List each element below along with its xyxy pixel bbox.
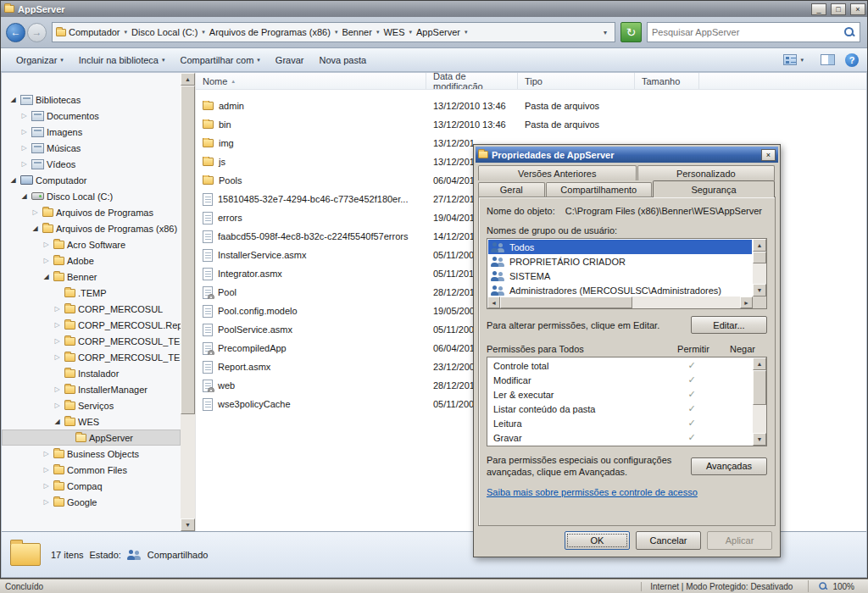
column-header-data-de-modificacao[interactable]: Data de modificação [426,73,518,89]
burn-button[interactable]: Gravar [269,52,311,69]
tree-item-adobe[interactable]: ▷Adobe [2,252,181,269]
tree-item-google[interactable]: ▷Google [2,494,181,510]
file-row-admin[interactable]: admin13/12/2010 13:46Pasta de arquivos [196,97,866,115]
permissions-help-link[interactable]: Saiba mais sobre permissões e controle d… [487,487,698,497]
scroll-down-icon[interactable]: ▼ [753,433,766,446]
forward-button[interactable]: → [27,23,47,42]
tree-item-benner[interactable]: ◢Benner [2,269,181,285]
column-header-tipo[interactable]: Tipo [518,73,635,89]
permission-row-controle-total[interactable]: Controle total✓ [488,358,752,373]
new-folder-button[interactable]: Nova pasta [312,52,373,69]
expanded-expander-icon[interactable]: ◢ [8,176,18,184]
advanced-button[interactable]: Avançadas [691,457,767,475]
sidebar-scrollbar[interactable]: ▲ ▼ [181,73,195,531]
collapsed-expander-icon[interactable]: ▷ [19,144,29,152]
dialog-close-button[interactable]: × [761,149,776,161]
scrollbar-thumb[interactable] [181,86,195,414]
column-header-tamanho[interactable]: Tamanho [635,73,699,89]
scrollbar-track[interactable] [500,296,740,308]
expanded-expander-icon[interactable]: ◢ [8,96,18,103]
expanded-expander-icon[interactable]: ◢ [31,224,40,232]
close-button[interactable]: × [850,3,865,15]
tree-item-musicas[interactable]: ▷Músicas [2,140,181,156]
scroll-up-icon[interactable]: ▲ [753,239,766,252]
collapsed-expander-icon[interactable]: ▷ [42,241,51,248]
share-with-button[interactable]: Compartilhar com ▾ [174,52,267,69]
tab-versoes-anteriores[interactable]: Versões Anteriores [478,165,637,180]
collapsed-expander-icon[interactable]: ▷ [42,482,51,490]
group-row-administradores-mercosulsc-administradores[interactable]: Administradores (MERCOSULSC\Administrado… [488,283,752,296]
tree-item-appserver[interactable]: AppServer [2,430,181,446]
tree-item-computador[interactable]: ◢Computador [2,172,181,188]
scroll-down-icon[interactable]: ▼ [181,518,195,531]
collapsed-expander-icon[interactable]: ▷ [31,208,40,216]
breadcrumb-separator-icon[interactable]: ▾ [407,29,414,36]
permission-row-ler-executar[interactable]: Ler & executar✓ [488,387,752,402]
tree-item-corp-mercosul-report[interactable]: ▷CORP_MERCOSUL.Report: [2,317,181,333]
collapsed-expander-icon[interactable]: ▷ [53,402,62,409]
search-box[interactable]: Pesquisar AppServer [647,22,860,42]
breadcrumb-item-benner[interactable]: Benner [339,25,374,39]
group-row-todos[interactable]: Todos [488,240,752,254]
collapsed-expander-icon[interactable]: ▷ [53,337,62,345]
column-header-nome[interactable]: Nome▲ [196,73,426,89]
scroll-right-icon[interactable]: ► [740,296,753,308]
change-view-button[interactable]: ▾ [776,51,810,69]
tree-item-corp-mercosul-teste[interactable]: ▷CORP_MERCOSUL_TESTE. [2,349,181,365]
breadcrumb-separator-icon[interactable]: ▾ [123,29,130,36]
group-list-hscrollbar[interactable]: ◄ ► [487,296,753,308]
scroll-down-icon[interactable]: ▼ [753,284,766,296]
collapsed-expander-icon[interactable]: ▷ [19,128,29,136]
cancel-button[interactable]: Cancelar [636,531,701,550]
permission-row-gravar[interactable]: Gravar✓ [488,430,752,445]
tree-item-temp[interactable]: .TEMP [2,285,181,301]
search-icon[interactable] [843,26,855,38]
dialog-title-bar[interactable]: Propriedades de AppServer × [476,147,778,163]
help-button[interactable]: ? [845,53,859,67]
ok-button[interactable]: OK [565,531,630,550]
scrollbar-track[interactable] [753,370,766,433]
collapsed-expander-icon[interactable]: ▷ [53,385,62,393]
collapsed-expander-icon[interactable]: ▷ [42,466,51,474]
file-row-bin[interactable]: bin13/12/2010 13:46Pasta de arquivos [196,115,866,134]
permission-row-listar-conteudo-da-pasta[interactable]: Listar conteúdo da pasta✓ [488,402,752,416]
breadcrumb-separator-icon[interactable]: ▾ [375,29,381,36]
tree-item-videos[interactable]: ▷Vídeos [2,156,181,172]
scroll-left-icon[interactable]: ◄ [487,296,500,308]
tree-item-documentos[interactable]: ▷Documentos [2,108,181,124]
address-history-dropdown-icon[interactable]: ▾ [599,29,611,36]
expanded-expander-icon[interactable]: ◢ [42,273,51,280]
preview-pane-button[interactable] [821,54,835,65]
tree-item-disco-local-c[interactable]: ◢Disco Local (C:) [2,188,181,204]
title-bar[interactable]: AppServer _ □ × [1,1,867,17]
collapsed-expander-icon[interactable]: ▷ [19,160,29,168]
include-in-library-button[interactable]: Incluir na biblioteca ▾ [72,52,172,69]
tree-item-wes[interactable]: ◢WES [2,413,181,430]
permissions-vscrollbar[interactable]: ▲ ▼ [753,357,766,446]
tree-item-arquivos-de-programas-x86[interactable]: ◢Arquivos de Programas (x86) [2,220,181,236]
collapsed-expander-icon[interactable]: ▷ [42,498,51,506]
tab-compartilhamento[interactable]: Compartilhamento [546,182,652,197]
tree-item-common-files[interactable]: ▷Common Files [2,462,181,478]
scrollbar-track[interactable] [753,252,766,284]
group-row-proprietario-criador[interactable]: PROPRIETÁRIO CRIADOR [488,254,752,269]
expanded-expander-icon[interactable]: ◢ [19,192,29,200]
search-input[interactable]: Pesquisar AppServer [652,27,843,37]
tree-item-instalador[interactable]: Instalador [2,365,181,381]
breadcrumb-item-wes[interactable]: WES [381,25,407,39]
tree-item-installermanager[interactable]: ▷InstallerManager [2,381,181,397]
collapsed-expander-icon[interactable]: ▷ [53,321,62,329]
collapsed-expander-icon[interactable]: ▷ [19,112,29,119]
breadcrumb-item-disco-local-c[interactable]: Disco Local (C:) [129,25,200,39]
tree-item-bibliotecas[interactable]: ◢Bibliotecas [2,91,181,108]
minimize-button[interactable]: _ [811,3,826,15]
scroll-up-icon[interactable]: ▲ [753,357,766,370]
breadcrumb-separator-icon[interactable]: ▾ [333,29,340,36]
group-row-sistema[interactable]: SISTEMA [488,269,752,283]
scroll-up-icon[interactable]: ▲ [181,73,195,86]
permission-row-modificar[interactable]: Modificar✓ [488,373,752,387]
scrollbar-thumb[interactable] [753,370,766,405]
breadcrumb-item-appserver[interactable]: AppServer [414,25,463,39]
permission-row-leitura[interactable]: Leitura✓ [488,416,752,430]
breadcrumb-item-arquivos-de-programas-x86[interactable]: Arquivos de Programas (x86) [207,25,333,39]
